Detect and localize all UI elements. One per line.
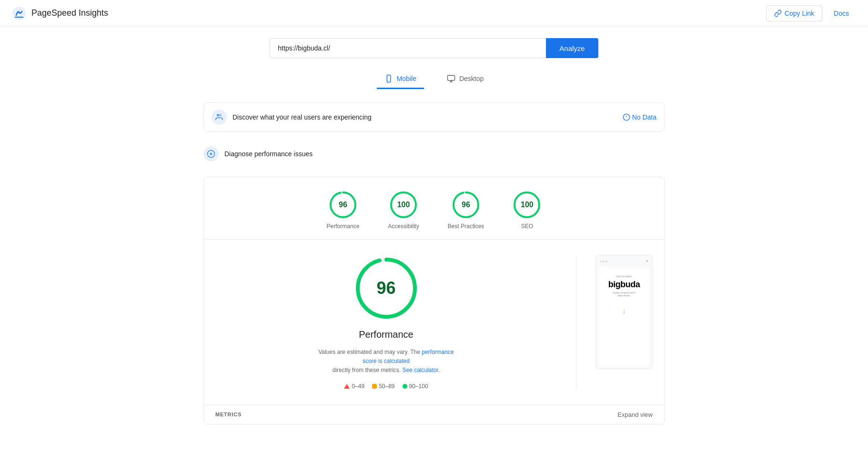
- header: PageSpeed Insights Copy Link Docs: [0, 0, 868, 27]
- green-indicator: [403, 384, 407, 389]
- score-card: 96 Performance 100 Accessibility: [203, 177, 665, 424]
- legend-item-green: 90–100: [403, 383, 428, 390]
- copy-link-label: Copy Link: [785, 10, 814, 17]
- metrics-label: METRICS: [215, 412, 242, 417]
- legend-item-red: 0–49: [344, 383, 364, 390]
- red-indicator: [344, 384, 350, 389]
- screenshot-dot-1: [600, 261, 602, 262]
- score-item-best-practices[interactable]: 96 Best Practices: [448, 191, 484, 230]
- app-title: PageSpeed Insights: [31, 8, 108, 18]
- no-data-label: No Data: [632, 113, 656, 121]
- screenshot-dot-3: [606, 261, 607, 262]
- performance-score-value: 96: [339, 201, 347, 209]
- score-item-performance[interactable]: 96 Performance: [327, 191, 360, 230]
- tab-mobile-label: Mobile: [397, 75, 416, 82]
- big-score-circle: 96: [353, 255, 420, 322]
- discover-text: Discover what your real users are experi…: [232, 113, 372, 121]
- seo-score-value: 100: [521, 201, 534, 209]
- score-circle-accessibility: 100: [389, 191, 418, 219]
- score-circle-performance: 96: [329, 191, 357, 219]
- tab-mobile[interactable]: Mobile: [377, 70, 424, 89]
- svg-rect-4: [447, 75, 454, 81]
- screenshot-arrow: ↓: [623, 307, 626, 314]
- expand-view-link[interactable]: Expand view: [617, 411, 653, 418]
- pagespeed-logo-icon: [11, 6, 27, 21]
- url-bar-section: Analyze: [203, 38, 665, 58]
- detail-left: 96 Performance Values are estimated and …: [215, 255, 568, 390]
- scores-row: 96 Performance 100 Accessibility: [204, 177, 664, 240]
- analyze-button[interactable]: Analyze: [546, 38, 598, 58]
- detail-right: ≡ Agencia digital bigbuda Expertos en di…: [584, 255, 653, 390]
- screenshot-subtitle: Expertos en diseño web &desarrollo web.: [613, 292, 635, 297]
- best-practices-score-value: 96: [462, 201, 470, 209]
- svg-point-1: [18, 11, 20, 14]
- performance-score-label: Performance: [327, 223, 360, 230]
- accessibility-score-value: 100: [397, 201, 410, 209]
- tabs-section: Mobile Desktop: [203, 70, 665, 89]
- big-score-label: Performance: [359, 329, 414, 340]
- discover-left: Discover what your real users are experi…: [212, 110, 372, 125]
- big-score-value: 96: [376, 278, 395, 298]
- info-icon: [623, 113, 630, 121]
- docs-button[interactable]: Docs: [826, 6, 857, 21]
- legend-range-orange: 50–89: [379, 383, 394, 390]
- discover-icon: [212, 110, 227, 125]
- screenshot-brand-name: bigbuda: [608, 280, 640, 290]
- gauge-icon: [206, 149, 216, 159]
- copy-link-button[interactable]: Copy Link: [766, 5, 822, 21]
- header-left: PageSpeed Insights: [11, 6, 108, 21]
- vertical-divider: [576, 255, 576, 390]
- desktop-icon: [447, 74, 455, 83]
- screenshot-preview: ≡ Agencia digital bigbuda Expertos en di…: [595, 255, 653, 369]
- tab-desktop[interactable]: Desktop: [439, 70, 491, 89]
- screenshot-top-bar: ≡: [599, 259, 649, 263]
- score-legend: 0–49 50–89 90–100: [344, 383, 428, 390]
- screenshot-agency-text: Agencia digital: [616, 275, 632, 278]
- header-right: Copy Link Docs: [766, 5, 857, 21]
- legend-item-orange: 50–89: [372, 383, 394, 390]
- seo-score-label: SEO: [521, 223, 533, 230]
- score-circle-best-practices: 96: [452, 191, 480, 219]
- score-description: Values are estimated and may vary. The p…: [315, 348, 458, 375]
- tab-desktop-label: Desktop: [459, 75, 484, 82]
- svg-point-8: [219, 114, 222, 116]
- no-data-link[interactable]: No Data: [623, 113, 656, 121]
- screenshot-menu: ≡: [646, 259, 648, 263]
- screenshot-content: Agencia digital bigbuda Expertos en dise…: [599, 267, 649, 366]
- url-input[interactable]: [270, 38, 546, 58]
- users-icon: [214, 112, 224, 122]
- mobile-icon: [384, 74, 393, 83]
- legend-range-green: 90–100: [409, 383, 428, 390]
- legend-range-red: 0–49: [352, 383, 364, 390]
- best-practices-score-label: Best Practices: [448, 223, 484, 230]
- detail-area: 96 Performance Values are estimated and …: [204, 240, 664, 405]
- diagnose-text: Diagnose performance issues: [224, 150, 313, 158]
- svg-point-13: [210, 153, 212, 155]
- link-icon: [774, 10, 782, 17]
- svg-point-7: [217, 114, 219, 116]
- screenshot-dots: [600, 261, 607, 262]
- orange-indicator: [372, 384, 377, 389]
- score-circle-seo: 100: [513, 191, 541, 219]
- diagnose-section: Diagnose performance issues: [203, 140, 665, 169]
- diagnose-left: Diagnose performance issues: [203, 146, 313, 161]
- metrics-footer: METRICS Expand view: [204, 405, 664, 424]
- main-content: Analyze Mobile Desktop: [196, 27, 672, 443]
- score-item-seo[interactable]: 100 SEO: [513, 191, 541, 230]
- accessibility-score-label: Accessibility: [388, 223, 419, 230]
- see-calculator-link[interactable]: See calculator: [402, 367, 438, 373]
- score-item-accessibility[interactable]: 100 Accessibility: [388, 191, 419, 230]
- screenshot-dot-2: [603, 261, 605, 262]
- diagnose-icon: [203, 146, 219, 161]
- discover-section: Discover what your real users are experi…: [203, 102, 665, 132]
